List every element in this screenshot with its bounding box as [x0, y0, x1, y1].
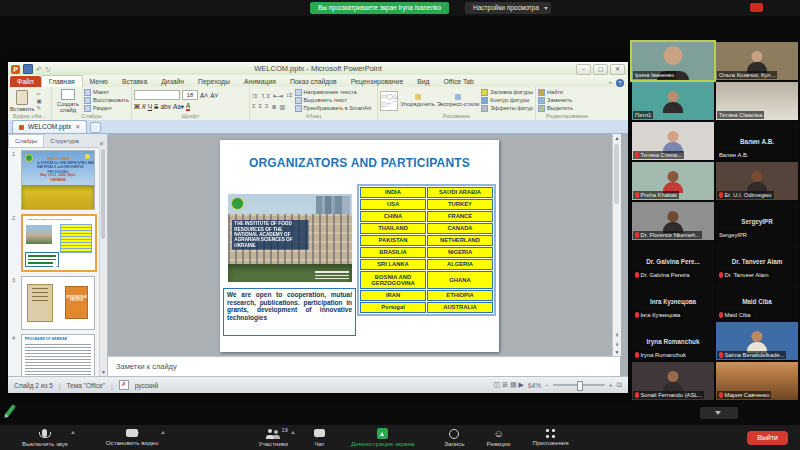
scrollbar-thumb[interactable]: [614, 144, 619, 204]
mic-options-chevron-icon[interactable]: [71, 429, 75, 434]
shrink-font-icon[interactable]: A˅: [210, 92, 218, 99]
gallery-collapse-button[interactable]: [700, 407, 738, 419]
clipboard-mini-buttons[interactable]: [37, 91, 42, 111]
align-center-icon[interactable]: ≡: [259, 103, 263, 110]
numbering-icon[interactable]: ⒈≡: [260, 92, 270, 101]
font-size-combobox[interactable]: 18: [182, 90, 198, 100]
find-button[interactable]: Найти: [538, 89, 573, 96]
ribbon-tab-design[interactable]: Дизайн: [154, 76, 191, 87]
apps-button[interactable]: Приложения: [526, 425, 574, 450]
copy-icon[interactable]: [37, 98, 42, 104]
participant-tile[interactable]: Мария Савченко: [716, 362, 798, 400]
ribbon-tab-view[interactable]: Вид: [410, 76, 436, 87]
bold-icon[interactable]: Ж: [134, 103, 140, 110]
spellcheck-icon[interactable]: [119, 380, 129, 390]
cut-icon[interactable]: [37, 91, 42, 97]
layout-button[interactable]: Макет: [84, 89, 129, 96]
tab-outline[interactable]: Структура: [44, 135, 84, 147]
close-document-icon[interactable]: ✕: [75, 121, 80, 133]
reading-view-icon[interactable]: ▤: [510, 381, 517, 389]
change-case-icon[interactable]: Aa▾: [173, 103, 184, 111]
editor-scrollbar[interactable]: ▲ ↟ ↡ ▼: [612, 134, 621, 356]
ribbon-tab-home[interactable]: Главная: [41, 75, 83, 87]
scroll-down-icon[interactable]: ▼: [613, 349, 621, 355]
participant-tile[interactable]: Dr. Tanveer AlamDr. Tanveer Alam: [716, 242, 798, 280]
zoom-out-icon[interactable]: −: [545, 382, 549, 389]
slide-thumbnail-2-selected[interactable]: ORGANIZATORS AND PARTICIPANTS: [21, 214, 97, 272]
shape-effects-button[interactable]: Эффекты фигур: [481, 105, 533, 112]
new-document-tab-button[interactable]: [90, 122, 101, 133]
annotation-pencil-icon[interactable]: [4, 404, 16, 417]
participant-tile[interactable]: Тетяна Степа...: [632, 122, 714, 160]
paste-button[interactable]: Вставить: [10, 90, 35, 112]
participant-tile[interactable]: Iryna RomanchukIryna Romanchuk: [632, 322, 714, 360]
text-direction-button[interactable]: Направление текста: [295, 89, 372, 96]
maximize-button[interactable]: ▢: [593, 64, 608, 75]
zoom-in-icon[interactable]: +: [609, 382, 613, 389]
shape-outline-button[interactable]: Контур фигуры: [481, 97, 533, 104]
strikethrough-icon[interactable]: S: [154, 103, 158, 110]
ribbon-tab-animations[interactable]: Анимация: [237, 76, 283, 87]
participant-tile[interactable]: Er. U.I. Odimegwu: [716, 162, 798, 200]
align-left-icon[interactable]: ≡: [252, 103, 256, 110]
mute-button[interactable]: Выключить звук: [16, 425, 74, 450]
minimize-button[interactable]: –: [576, 64, 591, 75]
replace-button[interactable]: Заменить: [538, 97, 573, 104]
slide-thumbnail-4[interactable]: PROGRAMM OF WEBINAR: [21, 334, 95, 380]
participant-tile[interactable]: Maid CibaMaid Ciba: [716, 282, 798, 320]
participant-tile[interactable]: Тетяна Сімахіна: [716, 82, 798, 120]
document-tab[interactable]: WELCOM.pptx ✕: [12, 120, 87, 133]
participant-tile[interactable]: Інга КузнецоваІнга Кузнецова: [632, 282, 714, 320]
slide-thumbnail-3[interactable]: ПРОДОВОЛЬНІ РЕСУРСИ: [21, 276, 95, 330]
stop-video-button[interactable]: Остановить видео: [100, 425, 165, 450]
format-painter-icon[interactable]: [37, 105, 42, 111]
participant-tile[interactable]: SergeyIPRSergeyIPR: [716, 202, 798, 240]
reactions-button[interactable]: Реакции: [481, 425, 517, 450]
slide-sorter-icon[interactable]: ⊞: [502, 381, 508, 389]
participant-tile[interactable]: Ірина Іваненко: [632, 42, 714, 80]
minimize-ribbon-icon[interactable]: ˄: [608, 80, 612, 86]
select-button[interactable]: Выделить: [538, 105, 573, 112]
powerpoint-title-bar[interactable]: WELCOM.pptx - Microsoft PowerPoint –▢✕: [8, 62, 628, 76]
participant-tile[interactable]: Preha Khabak: [632, 162, 714, 200]
leave-meeting-button[interactable]: Выйти: [747, 431, 788, 445]
video-options-chevron-icon[interactable]: [161, 429, 165, 434]
close-pane-icon[interactable]: ✕: [99, 140, 104, 147]
share-screen-button[interactable]: Демонстрация экрана: [345, 425, 420, 450]
notes-pane[interactable]: Заметки к слайду: [108, 356, 620, 376]
grow-font-icon[interactable]: A˄: [200, 92, 208, 99]
participant-tile[interactable]: Ольга Козачок, Кул...: [716, 42, 798, 80]
quick-styles-button[interactable]: Экспресс-стили: [437, 94, 479, 107]
participant-tile[interactable]: Sonali Fernando (ASL...: [632, 362, 714, 400]
next-slide-icon[interactable]: ↡: [613, 341, 621, 347]
participant-tile[interactable]: Salma Benabdelkade...: [716, 322, 798, 360]
participant-tile[interactable]: Dr. Galvina Pere...Dr. Galvina Pereira: [632, 242, 714, 280]
align-text-button[interactable]: Выровнять текст: [295, 97, 372, 104]
new-slide-button[interactable]: Создать слайд: [54, 89, 82, 113]
font-name-combobox[interactable]: [134, 90, 180, 100]
indent-icons[interactable]: ⇤⇥: [273, 92, 283, 101]
underline-icon[interactable]: Ч: [148, 103, 152, 110]
participant-tile[interactable]: Dr. Florence Nkemeh...: [632, 202, 714, 240]
columns-icon[interactable]: ▥: [280, 103, 286, 110]
ribbon-tab-file[interactable]: Файл: [10, 76, 41, 87]
italic-icon[interactable]: К: [142, 103, 146, 110]
ribbon-tab-menu[interactable]: Меню: [83, 76, 115, 87]
align-right-icon[interactable]: ≡: [265, 103, 269, 110]
ribbon-tab-slideshow[interactable]: Показ слайдов: [283, 76, 344, 87]
smartart-button[interactable]: Преобразовать в SmartArt: [295, 105, 372, 112]
section-button[interactable]: Раздел: [84, 105, 129, 112]
ribbon-tab-officetab[interactable]: Office Tab: [436, 76, 480, 87]
scroll-up-icon[interactable]: ▲: [613, 135, 621, 141]
shapes-gallery[interactable]: [380, 91, 398, 111]
text-shadow-icon[interactable]: abv: [160, 103, 170, 110]
participants-chevron-icon[interactable]: [291, 429, 295, 434]
shape-fill-button[interactable]: Заливка фигуры: [481, 89, 533, 96]
line-spacing-icon[interactable]: ↕≡: [286, 92, 293, 101]
view-options-button[interactable]: Настройки просмотра: [465, 2, 551, 14]
chat-button[interactable]: Чат: [308, 425, 331, 450]
record-button[interactable]: Запись: [438, 425, 470, 450]
slideshow-icon[interactable]: ▶: [519, 381, 524, 389]
language-indicator[interactable]: русский: [135, 382, 158, 389]
arrange-button[interactable]: Упорядочить: [400, 94, 435, 107]
